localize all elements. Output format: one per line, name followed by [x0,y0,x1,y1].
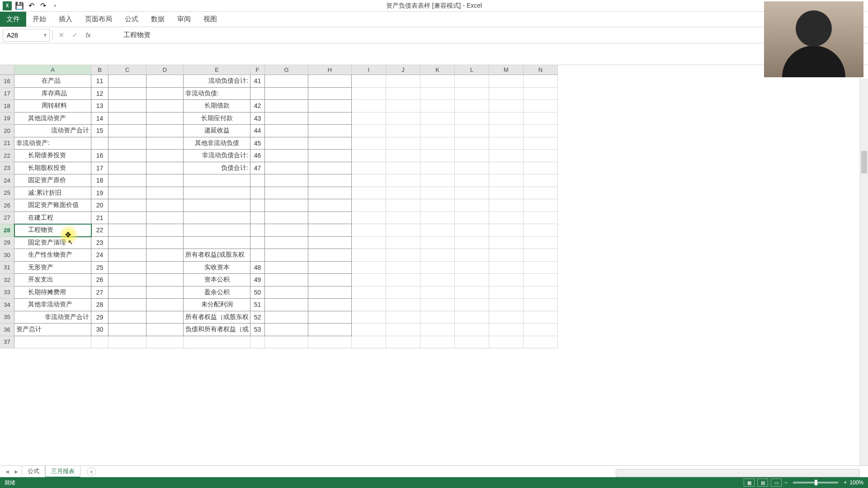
cell-D19[interactable] [146,113,184,125]
row-header[interactable]: 23 [0,162,14,175]
cell-J33[interactable] [386,286,420,299]
cell-A24[interactable]: 固定资产原价 [14,174,91,187]
cell-E27[interactable] [184,212,250,225]
cell-K24[interactable] [420,174,455,187]
cell-F18[interactable]: 42 [250,100,265,113]
cell-C23[interactable] [108,162,146,175]
cell-E35[interactable]: 所有者权益（或股东权 [184,311,250,324]
cell-I31[interactable] [352,262,386,274]
cell-N34[interactable] [524,299,558,311]
cell-G32[interactable] [265,274,308,286]
cell-G25[interactable] [265,187,308,200]
cell-F19[interactable]: 43 [250,113,265,125]
enter-icon[interactable]: ✓ [69,30,80,41]
cell-K17[interactable] [420,88,455,100]
cell-H20[interactable] [308,125,352,137]
cell-H33[interactable] [308,286,352,299]
cell-I33[interactable] [352,286,386,299]
col-header-K[interactable]: K [420,65,455,75]
cell-K20[interactable] [420,125,455,137]
cell-D18[interactable] [146,100,184,113]
cell-J31[interactable] [386,262,420,274]
cell-N16[interactable] [524,75,558,88]
cell-B36[interactable]: 30 [91,324,108,336]
cell-E16[interactable]: 流动负债合计: [184,75,250,88]
redo-icon[interactable]: ↷ [39,2,47,10]
cell-B35[interactable]: 29 [91,311,108,324]
cell-F31[interactable]: 48 [250,262,265,274]
tab-数据[interactable]: 数据 [145,12,171,27]
cell-F32[interactable]: 49 [250,274,265,286]
cell-C25[interactable] [108,187,146,200]
cell-M22[interactable] [489,150,524,162]
cell-B21[interactable] [91,137,108,150]
cell-L32[interactable] [455,274,489,286]
cell-L22[interactable] [455,150,489,162]
cell-K33[interactable] [420,286,455,299]
cell-J35[interactable] [386,311,420,324]
cell-D32[interactable] [146,274,184,286]
cell-I21[interactable] [352,137,386,150]
cell-E36[interactable]: 负债和所有者权益（或 [184,324,250,336]
cell-E37[interactable] [184,336,250,349]
cell-N17[interactable] [524,88,558,100]
cell-J30[interactable] [386,249,420,262]
cell-H18[interactable] [308,100,352,113]
col-header-L[interactable]: L [455,65,489,75]
row-header[interactable]: 22 [0,150,14,162]
view-pagebreak-icon[interactable]: ▭ [771,479,782,487]
cell-K32[interactable] [420,274,455,286]
cell-K36[interactable] [420,324,455,336]
row-header[interactable]: 24 [0,174,14,187]
cell-F36[interactable]: 53 [250,324,265,336]
cell-E33[interactable]: 盈余公积 [184,286,250,299]
cell-G17[interactable] [265,88,308,100]
undo-icon[interactable]: ↶ [27,2,35,10]
cell-K26[interactable] [420,199,455,212]
cell-B19[interactable]: 14 [91,113,108,125]
cell-C37[interactable] [108,336,146,349]
cell-D25[interactable] [146,187,184,200]
cell-K16[interactable] [420,75,455,88]
cell-A28[interactable]: 工程物资 [14,224,91,237]
fx-icon[interactable]: fx [83,30,94,41]
cell-I18[interactable] [352,100,386,113]
horizontal-scrollbar[interactable] [616,469,860,477]
cell-C28[interactable] [108,224,146,237]
cell-G18[interactable] [265,100,308,113]
cell-G27[interactable] [265,212,308,225]
cell-M20[interactable] [489,125,524,137]
cell-D31[interactable] [146,262,184,274]
tab-视图[interactable]: 视图 [197,12,223,27]
name-box[interactable]: A28 ▼ [3,29,50,42]
cell-B24[interactable]: 18 [91,174,108,187]
cell-K18[interactable] [420,100,455,113]
cell-C18[interactable] [108,100,146,113]
cell-L31[interactable] [455,262,489,274]
cell-K29[interactable] [420,237,455,249]
cell-B18[interactable]: 13 [91,100,108,113]
cell-F35[interactable]: 52 [250,311,265,324]
row-header[interactable]: 16 [0,75,14,88]
cell-M36[interactable] [489,324,524,336]
cell-C19[interactable] [108,113,146,125]
cell-N26[interactable] [524,199,558,212]
cell-E23[interactable]: 负债合计: [184,162,250,175]
cell-L37[interactable] [455,336,489,349]
cell-J20[interactable] [386,125,420,137]
cell-I25[interactable] [352,187,386,200]
cell-E25[interactable] [184,187,250,200]
cell-D22[interactable] [146,150,184,162]
cell-F29[interactable] [250,237,265,249]
cell-I35[interactable] [352,311,386,324]
cell-N32[interactable] [524,274,558,286]
cell-L26[interactable] [455,199,489,212]
cell-K22[interactable] [420,150,455,162]
cell-J22[interactable] [386,150,420,162]
chevron-down-icon[interactable]: ▼ [43,33,47,38]
cell-I22[interactable] [352,150,386,162]
cell-L16[interactable] [455,75,489,88]
cell-A37[interactable] [14,336,91,349]
cell-H24[interactable] [308,174,352,187]
cell-L35[interactable] [455,311,489,324]
